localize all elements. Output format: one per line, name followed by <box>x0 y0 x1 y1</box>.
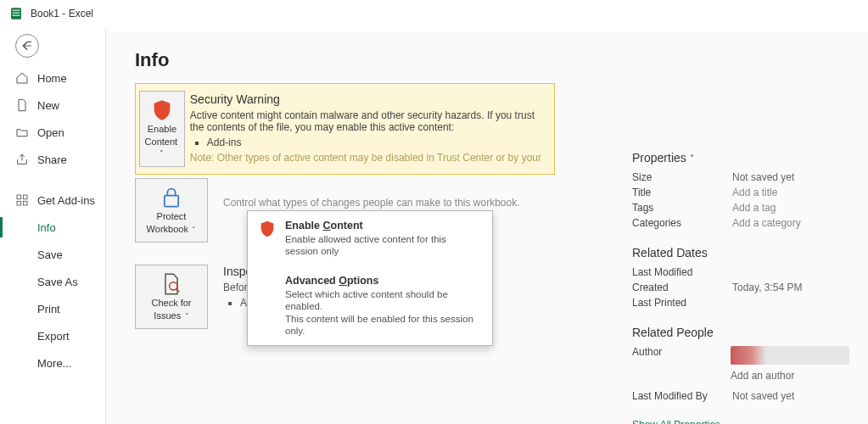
shield-icon <box>150 98 174 122</box>
protect-description: Control what types of changes people can… <box>223 178 520 209</box>
title-bar: Book1 - Excel <box>0 0 868 27</box>
nav-info[interactable]: Info <box>0 214 105 241</box>
share-icon <box>15 153 29 166</box>
related-dates-heading: Related Dates <box>632 246 853 259</box>
shield-icon <box>258 220 277 238</box>
svg-rect-2 <box>13 13 20 14</box>
svg-rect-1 <box>13 10 20 12</box>
enable-content-button[interactable]: Enable Content ˅ <box>139 91 185 167</box>
protect-icon <box>160 186 183 209</box>
nav-info-label: Info <box>37 221 56 234</box>
prop-last-modified-by: Not saved yet <box>732 390 794 402</box>
warning-text-2: Note: Other types of active content may … <box>190 152 542 164</box>
svg-rect-4 <box>17 195 21 199</box>
enable-content-menu: Enable Content Enable allowed active con… <box>247 210 493 346</box>
nav-export-label: Export <box>37 330 70 343</box>
svg-rect-3 <box>13 15 20 17</box>
nav-addins-label: Get Add-ins <box>37 194 95 207</box>
nav-open[interactable]: Open <box>0 119 105 146</box>
menu-enable-content[interactable]: Enable Content Enable allowed active con… <box>248 211 492 266</box>
nav-home[interactable]: Home <box>0 64 105 92</box>
nav-print-label: Print <box>37 303 60 315</box>
prop-size: Not saved yet <box>732 171 794 183</box>
excel-icon <box>8 6 24 21</box>
prop-categories[interactable]: Add a category <box>732 217 801 229</box>
svg-rect-5 <box>23 195 27 199</box>
open-icon <box>15 126 29 139</box>
warning-heading: Security Warning <box>190 92 542 106</box>
nav-saveas[interactable]: Save As <box>0 268 105 295</box>
protect-workbook-button[interactable]: Protect Workbook ˅ <box>135 178 208 243</box>
chevron-down-icon: ˅ <box>690 153 694 163</box>
home-icon <box>15 71 29 85</box>
page-title: Info <box>135 49 868 71</box>
svg-rect-6 <box>17 201 21 205</box>
back-button[interactable] <box>15 34 39 58</box>
nav-save-label: Save <box>37 248 63 261</box>
nav-export[interactable]: Export <box>0 322 105 349</box>
svg-rect-8 <box>165 195 178 206</box>
related-people-heading: Related People <box>632 326 853 339</box>
security-warning-panel: Enable Content ˅ Security Warning Active… <box>135 83 555 175</box>
nav-addins[interactable]: Get Add-ins <box>0 187 105 214</box>
new-icon <box>15 98 29 112</box>
nav-new-label: New <box>37 99 59 112</box>
svg-point-9 <box>170 282 177 290</box>
app-title: Book1 - Excel <box>31 8 93 20</box>
nav-print[interactable]: Print <box>0 295 105 322</box>
add-author[interactable]: Add an author <box>731 370 853 382</box>
check-for-issues-button[interactable]: Check for Issues ˅ <box>135 265 208 329</box>
author-name-redacted <box>731 346 849 365</box>
chevron-down-icon: ˅ <box>182 312 189 321</box>
chevron-down-icon: ˅ <box>160 149 164 158</box>
nav-more[interactable]: More... <box>0 349 105 377</box>
nav-share-label: Share <box>37 153 67 166</box>
prop-created: Today, 3:54 PM <box>732 282 803 293</box>
show-all-properties-link[interactable]: Show All Properties <box>632 419 853 424</box>
prop-tags[interactable]: Add a tag <box>732 202 776 214</box>
nav-saveas-label: Save As <box>37 276 78 288</box>
backstage-nav: Home New Open Share Get Add-ins Info Sav… <box>0 27 106 424</box>
warning-bullet: Add-ins <box>207 137 542 148</box>
inspect-icon <box>160 272 183 296</box>
prop-title[interactable]: Add a title <box>732 187 777 198</box>
nav-more-label: More... <box>37 357 71 370</box>
svg-rect-7 <box>23 201 27 205</box>
addins-icon <box>15 193 29 207</box>
warning-text-1: Active content might contain malware and… <box>190 109 542 133</box>
nav-home-label: Home <box>37 72 67 85</box>
properties-panel: Properties˅ SizeNot saved yet TitleAdd a… <box>632 149 853 424</box>
nav-save[interactable]: Save <box>0 241 105 268</box>
chevron-down-icon: ˅ <box>190 226 197 234</box>
nav-open-label: Open <box>37 126 64 139</box>
main-panel: Info Enable Content ˅ Security Warning A… <box>106 32 868 424</box>
nav-share[interactable]: Share <box>0 146 105 173</box>
nav-new[interactable]: New <box>0 92 105 119</box>
menu-advanced-options[interactable]: Advanced Options Select which active con… <box>248 266 492 346</box>
properties-heading[interactable]: Properties˅ <box>632 151 853 165</box>
